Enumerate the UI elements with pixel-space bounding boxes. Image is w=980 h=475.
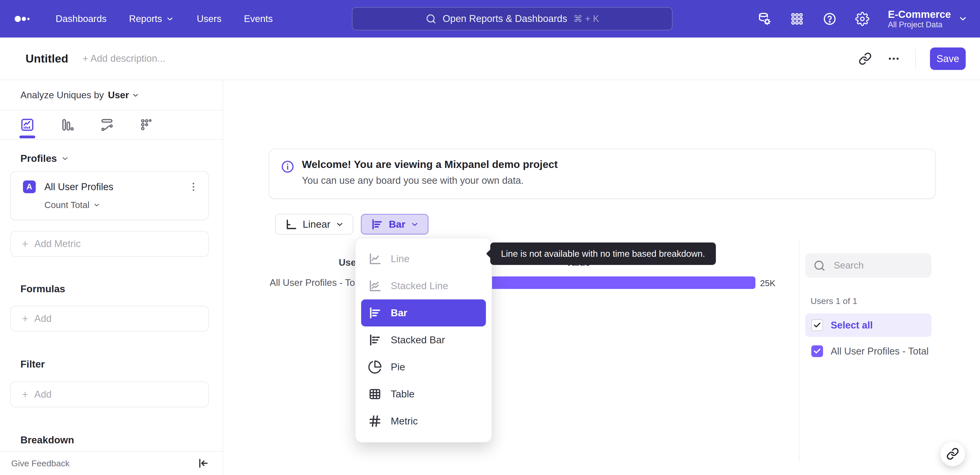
- hash-icon: [368, 414, 382, 428]
- analyze-label: Analyze Uniques by: [21, 90, 104, 100]
- nav-users[interactable]: Users: [197, 14, 221, 24]
- chevron-down-icon: [131, 91, 140, 99]
- bar-chart-icon: [368, 306, 382, 320]
- chevron-down-icon: [335, 220, 344, 229]
- legend-count: Users 1 of 1: [811, 296, 857, 306]
- stacked-bar-icon: [368, 333, 382, 347]
- tab-insights[interactable]: [16, 110, 39, 139]
- legend-item-label: All User Profiles - Total: [831, 346, 929, 357]
- table-row-label: All User Profiles - Total: [242, 277, 365, 288]
- nav-reports[interactable]: Reports: [129, 14, 175, 24]
- stacked-line-icon: [368, 279, 382, 293]
- disabled-option-tooltip: Line is not available with no time based…: [490, 242, 716, 265]
- formulas-heading: Formulas: [0, 283, 223, 295]
- select-all-checkbox[interactable]: [811, 319, 823, 331]
- breakdown-heading: Breakdown: [0, 434, 223, 446]
- add-filter-button[interactable]: + Add: [10, 382, 209, 407]
- legend-item-row[interactable]: All User Profiles - Total: [805, 340, 932, 363]
- chart-type-menu: Line Stacked Line Bar Stacked Bar Pie Ta…: [355, 238, 492, 443]
- chart-type-dropdown[interactable]: Bar: [361, 214, 428, 234]
- select-all-row[interactable]: Select all: [805, 314, 932, 337]
- scale-dropdown[interactable]: Linear: [275, 214, 353, 234]
- copy-link-icon[interactable]: [858, 51, 872, 66]
- menu-item-stacked-line: Stacked Line: [355, 273, 492, 300]
- retention-icon: [139, 117, 154, 132]
- report-type-tabs: [0, 110, 223, 140]
- title-actions: Save: [858, 48, 966, 70]
- more-options-icon[interactable]: [886, 51, 901, 66]
- give-feedback-link[interactable]: Give Feedback: [11, 458, 70, 469]
- aggregation-dropdown[interactable]: Count Total: [45, 200, 199, 210]
- analyze-entity-dropdown[interactable]: User: [108, 90, 140, 100]
- chevron-down-icon: [410, 220, 419, 229]
- nav-right-cluster: E-Commerce All Project Data: [757, 0, 968, 38]
- menu-item-metric[interactable]: Metric: [355, 408, 492, 435]
- banner-title: Welcome! You are viewing a Mixpanel demo…: [302, 158, 558, 171]
- add-description[interactable]: + Add description...: [83, 53, 165, 64]
- apps-grid-icon[interactable]: [790, 12, 804, 26]
- metric-badge: A: [23, 180, 36, 193]
- tab-flows[interactable]: [95, 110, 118, 139]
- bar-chart-icon: [370, 218, 383, 231]
- sidebar-footer: Give Feedback: [0, 451, 223, 475]
- analyze-uniques-row: Analyze Uniques by User: [0, 80, 223, 110]
- menu-item-line: Line: [355, 245, 492, 273]
- add-metric-button[interactable]: + Add Metric: [10, 231, 209, 257]
- info-icon: [280, 159, 295, 174]
- menu-item-table[interactable]: Table: [355, 381, 492, 408]
- menu-item-pie[interactable]: Pie: [355, 354, 492, 381]
- report-title-bar: Untitled + Add description... Save: [0, 38, 980, 80]
- linear-scale-icon: [284, 218, 298, 231]
- data-management-icon[interactable]: [757, 12, 772, 26]
- filter-heading: Filter: [0, 359, 223, 370]
- demo-banner: Welcome! You are viewing a Mixpanel demo…: [269, 149, 935, 199]
- metric-menu-icon[interactable]: [188, 181, 199, 193]
- plus-icon: +: [22, 238, 28, 250]
- link-icon: [946, 448, 959, 460]
- chevron-down-icon: [958, 14, 968, 24]
- query-builder-sidebar: Analyze Uniques by User Profiles: [0, 80, 223, 475]
- check-icon: [813, 321, 821, 330]
- top-nav: Dashboards Reports Users Events Open Rep…: [0, 0, 980, 38]
- metric-card[interactable]: A All User Profiles Count Total: [10, 171, 209, 220]
- nav-events[interactable]: Events: [244, 14, 273, 24]
- table-icon: [368, 387, 382, 401]
- divider: [915, 49, 916, 69]
- insights-icon: [20, 117, 35, 132]
- project-switcher[interactable]: E-Commerce All Project Data: [888, 8, 968, 29]
- report-title[interactable]: Untitled: [25, 52, 68, 65]
- menu-item-stacked-bar[interactable]: Stacked Bar: [355, 327, 492, 354]
- menu-item-bar[interactable]: Bar: [361, 300, 486, 327]
- banner-subtitle: You can use any board you see with your …: [302, 175, 558, 186]
- add-formula-button[interactable]: + Add: [10, 306, 209, 332]
- global-search[interactable]: Open Reports & Dashboards ⌘ + K: [352, 7, 673, 30]
- profiles-heading[interactable]: Profiles: [0, 153, 223, 164]
- mixpanel-logo-icon[interactable]: [14, 14, 31, 24]
- legend-item-checkbox[interactable]: [811, 345, 823, 357]
- nav-dashboards[interactable]: Dashboards: [56, 14, 107, 24]
- save-button[interactable]: Save: [930, 48, 966, 70]
- funnels-icon: [60, 117, 75, 132]
- pie-chart-icon: [368, 360, 382, 374]
- mixpanel-app: Dashboards Reports Users Events Open Rep…: [0, 0, 980, 475]
- project-name: E-Commerce: [888, 8, 951, 20]
- help-icon[interactable]: [822, 12, 837, 26]
- primary-nav: Dashboards Reports Users Events: [56, 14, 273, 24]
- project-scope: All Project Data: [888, 20, 942, 29]
- tab-funnels[interactable]: [56, 110, 79, 139]
- line-chart-icon: [368, 252, 382, 266]
- tab-retention[interactable]: [135, 110, 158, 139]
- chevron-down-icon: [93, 201, 100, 209]
- search-icon: [813, 259, 826, 272]
- global-search-shortcut: ⌘ + K: [573, 14, 599, 24]
- metric-name[interactable]: All User Profiles: [45, 182, 188, 193]
- chevron-down-icon: [61, 155, 69, 163]
- search-icon: [425, 13, 437, 24]
- share-link-fab[interactable]: [940, 441, 965, 466]
- global-search-placeholder: Open Reports & Dashboards: [443, 13, 567, 24]
- check-icon: [813, 347, 821, 355]
- collapse-sidebar-icon[interactable]: [197, 457, 210, 470]
- table-header-users: Users: [255, 257, 365, 268]
- settings-gear-icon[interactable]: [855, 12, 870, 26]
- legend-divider: [799, 240, 799, 462]
